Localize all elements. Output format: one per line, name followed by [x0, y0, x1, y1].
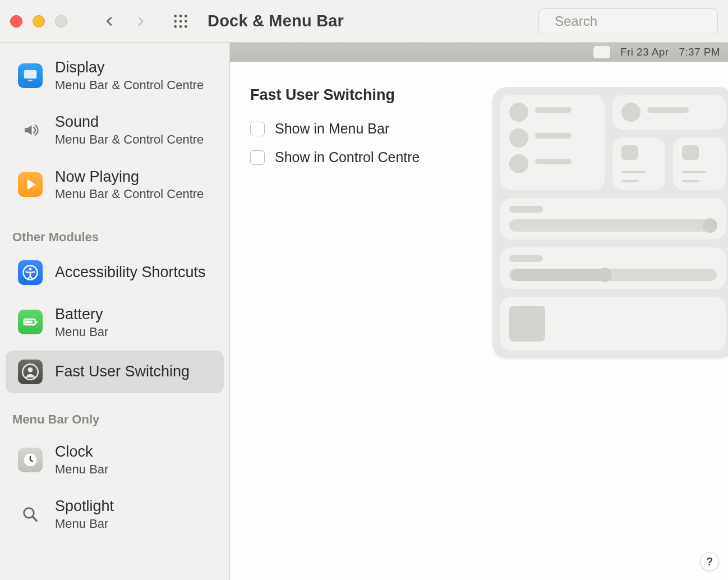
sidebar-header-other: Other Modules — [0, 213, 229, 249]
zoom-window-button[interactable] — [55, 15, 67, 27]
svg-point-5 — [185, 20, 187, 22]
menubar-preview: Fri 23 Apr 7:37 PM — [230, 43, 728, 62]
sidebar-item-sub: Menu Bar & Control Centre — [55, 132, 204, 148]
sidebar-item-label: Spotlight — [55, 497, 114, 516]
sidebar-item-spotlight[interactable]: Spotlight Menu Bar — [6, 488, 224, 540]
chevron-right-icon — [134, 15, 146, 27]
grid-icon — [173, 13, 188, 29]
control-centre-preview — [492, 87, 728, 358]
clock-icon — [18, 448, 43, 472]
svg-rect-18 — [25, 321, 33, 324]
window-controls — [10, 15, 67, 27]
cc-media-card — [500, 297, 726, 351]
person-circle-icon — [18, 360, 43, 384]
sidebar[interactable]: Display Menu Bar & Control Centre Sound … — [0, 43, 230, 580]
sidebar-item-sub: Menu Bar — [55, 516, 114, 532]
search-field[interactable] — [538, 8, 718, 34]
svg-rect-12 — [28, 80, 33, 81]
sidebar-item-clock[interactable]: Clock Menu Bar — [6, 434, 224, 486]
svg-point-4 — [179, 20, 182, 22]
battery-icon — [18, 310, 43, 334]
sidebar-item-display[interactable]: Display Menu Bar & Control Centre — [6, 49, 224, 102]
cc-slider-sound — [500, 247, 726, 289]
toolbar: Dock & Menu Bar — [0, 0, 728, 43]
sidebar-item-battery[interactable]: Battery Menu Bar — [6, 296, 224, 348]
sidebar-item-sub: Menu Bar & Control Centre — [55, 186, 204, 202]
svg-rect-11 — [24, 70, 37, 79]
svg-marker-13 — [27, 179, 36, 190]
sidebar-item-now-playing[interactable]: Now Playing Menu Bar & Control Centre — [6, 159, 224, 211]
cc-card-connectivity — [500, 95, 605, 190]
sidebar-item-label: Clock — [55, 443, 108, 462]
sidebar-item-label: Battery — [55, 305, 108, 324]
sidebar-item-sub: Menu Bar — [55, 462, 108, 477]
svg-point-8 — [185, 25, 187, 28]
svg-point-15 — [29, 268, 32, 270]
checkbox[interactable] — [250, 150, 265, 165]
checkbox-label: Show in Menu Bar — [275, 121, 389, 137]
cc-card-small-1 — [612, 137, 665, 190]
svg-rect-17 — [36, 321, 38, 324]
speaker-icon — [18, 118, 43, 142]
checkbox-label: Show in Control Centre — [275, 149, 420, 165]
svg-point-7 — [179, 25, 182, 28]
sidebar-item-accessibility[interactable]: Accessibility Shortcuts — [6, 251, 224, 294]
sidebar-item-label: Display — [55, 58, 204, 77]
back-button[interactable] — [100, 11, 120, 31]
cc-card-focus — [612, 95, 726, 130]
menubar-time: 7:37 PM — [679, 46, 720, 58]
minimize-window-button[interactable] — [33, 15, 45, 27]
sidebar-item-fast-user-switching[interactable]: Fast User Switching — [6, 351, 224, 393]
close-window-button[interactable] — [10, 15, 22, 27]
display-icon — [18, 63, 43, 88]
sidebar-item-label: Sound — [55, 113, 204, 132]
window-title: Dock & Menu Bar — [208, 12, 344, 30]
svg-point-20 — [28, 367, 33, 372]
svg-point-2 — [185, 15, 187, 17]
sidebar-header-menubar-only: Menu Bar Only — [0, 395, 229, 431]
show-all-prefs-button[interactable] — [171, 11, 191, 31]
forward-button[interactable] — [130, 11, 150, 31]
help-button[interactable]: ? — [700, 552, 719, 571]
sidebar-item-label: Accessibility Shortcuts — [55, 263, 206, 282]
cc-card-small-2 — [673, 137, 726, 190]
spotlight-icon — [18, 502, 43, 527]
main-pane: Fri 23 Apr 7:37 PM Fast User Switching S… — [230, 43, 728, 580]
chevron-left-icon — [104, 15, 116, 27]
svg-line-23 — [33, 517, 36, 521]
search-input[interactable] — [555, 13, 722, 29]
svg-point-3 — [174, 20, 177, 22]
sidebar-item-sub: Menu Bar — [55, 324, 108, 340]
svg-point-0 — [174, 15, 177, 17]
menubar-date: Fri 23 Apr — [620, 46, 669, 58]
sidebar-item-label: Fast User Switching — [55, 362, 190, 381]
svg-point-1 — [179, 15, 182, 17]
cc-slider-display — [500, 198, 726, 240]
svg-point-6 — [174, 25, 177, 28]
sidebar-item-label: Now Playing — [55, 168, 204, 187]
checkbox[interactable] — [250, 122, 265, 136]
help-label: ? — [706, 555, 713, 568]
sidebar-item-sound[interactable]: Sound Menu Bar & Control Centre — [6, 104, 224, 156]
play-icon — [18, 172, 43, 197]
sidebar-item-sub: Menu Bar & Control Centre — [55, 77, 204, 93]
accessibility-icon — [18, 260, 43, 285]
control-centre-menubar-icon — [593, 46, 610, 58]
